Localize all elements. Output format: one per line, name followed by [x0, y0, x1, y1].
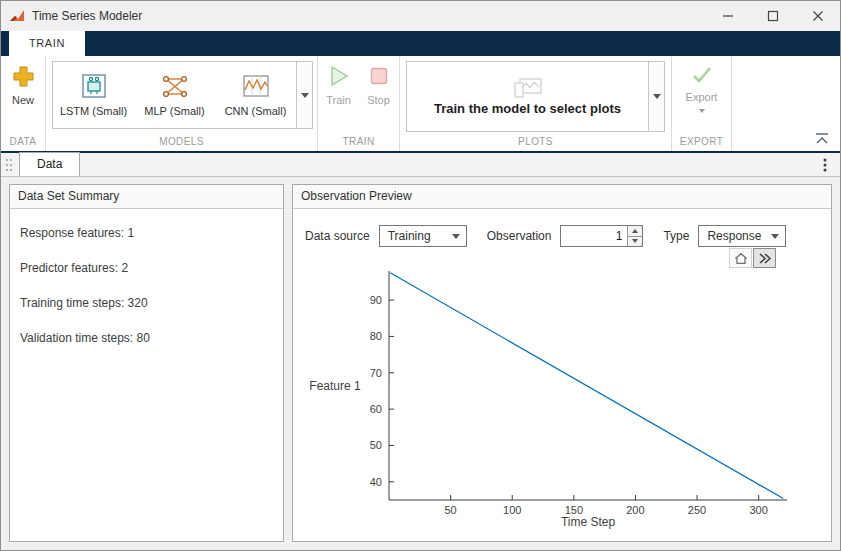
svg-text:250: 250 [688, 504, 706, 516]
svg-text:Feature 1: Feature 1 [309, 379, 361, 393]
svg-text:50: 50 [370, 439, 382, 451]
observation-label: Observation [487, 229, 552, 243]
plots-placeholder-text: Train the model to select plots [434, 101, 621, 116]
summary-line: Response features: 1 [20, 226, 273, 240]
app-window: { "window": { "title": "Time Series Mode… [0, 0, 841, 551]
observation-chart-container: 50100150200250300405060708090Time StepFe… [301, 265, 831, 535]
plus-icon [12, 65, 35, 88]
svg-text:40: 40 [370, 476, 382, 488]
kebab-icon [823, 158, 827, 172]
svg-text:80: 80 [370, 330, 382, 342]
stop-icon [368, 65, 390, 87]
ribbon-toolstrip: New DATA LSTM (Sm [1, 56, 840, 153]
plot-placeholder-icon [514, 78, 542, 98]
section-label-data: DATA [1, 136, 45, 151]
chevron-down-icon [771, 234, 779, 239]
summary-line: Validation time steps: 80 [20, 331, 273, 345]
drag-grip-icon[interactable] [1, 153, 15, 176]
main-content: Data Set Summary Response features: 1 Pr… [1, 177, 840, 551]
ribbon-section-plots: Train the model to select plots PLOTS [400, 56, 672, 151]
train-button-label: Train [326, 94, 351, 106]
maximize-icon [767, 10, 779, 22]
summary-line: Predictor features: 2 [20, 261, 273, 275]
document-actions-button[interactable] [816, 156, 834, 174]
export-button-label: Export [686, 91, 718, 103]
axes-toolbar [729, 248, 776, 268]
collapse-ribbon-icon [815, 132, 829, 145]
svg-text:200: 200 [626, 504, 644, 516]
close-icon [812, 10, 824, 22]
svg-text:90: 90 [370, 294, 382, 306]
gallery-item-label: CNN (Small) [225, 105, 287, 117]
window-titlebar: Time Series Modeler [1, 1, 840, 31]
chevron-down-icon [301, 93, 309, 98]
preview-controls: Data source Training Observation Type Re… [305, 225, 831, 247]
plots-gallery-dropdown-button[interactable] [648, 62, 664, 131]
export-button[interactable]: Export [672, 56, 731, 136]
gallery-item-label: MLP (Small) [144, 105, 204, 117]
section-label-export: EXPORT [672, 136, 731, 151]
data-source-select[interactable]: Training [379, 225, 467, 247]
ribbon-section-models: LSTM (Small) MLP (Sm [46, 56, 318, 151]
stop-button-label: Stop [367, 94, 390, 106]
chevron-down-icon [452, 234, 460, 239]
restore-view-button[interactable] [729, 248, 752, 268]
double-chevron-right-icon [758, 252, 772, 265]
models-gallery-dropdown-button[interactable] [296, 62, 312, 128]
svg-text:70: 70 [370, 367, 382, 379]
collapse-ribbon-button[interactable] [813, 131, 831, 146]
section-label-models: MODELS [46, 136, 317, 151]
observation-preview-chart: 50100150200250300405060708090Time StepFe… [301, 265, 801, 531]
close-button[interactable] [795, 1, 840, 31]
svg-text:50: 50 [444, 504, 456, 516]
ribbon-filler [732, 56, 840, 151]
data-source-label: Data source [305, 229, 370, 243]
summary-body: Response features: 1 Predictor features:… [10, 209, 283, 383]
minimize-button[interactable] [705, 1, 750, 31]
new-button[interactable]: New [1, 56, 45, 136]
ribbon-section-export: Export EXPORT [672, 56, 732, 151]
spinner-down-button[interactable] [628, 236, 642, 247]
summary-panel: Data Set Summary Response features: 1 Pr… [9, 184, 284, 542]
summary-panel-title: Data Set Summary [10, 185, 283, 209]
document-tab-bar: Data [1, 153, 840, 177]
spinner-up-button[interactable] [628, 226, 642, 236]
window-controls [705, 1, 840, 31]
svg-text:100: 100 [503, 504, 521, 516]
gallery-item-cnn[interactable]: CNN (Small) [215, 62, 296, 128]
matlab-logo-icon [9, 8, 25, 24]
more-tools-button[interactable] [753, 248, 776, 268]
window-title: Time Series Modeler [32, 9, 142, 23]
chevron-down-icon [632, 239, 638, 243]
preview-panel: Observation Preview Data source Training… [292, 184, 832, 542]
maximize-button[interactable] [750, 1, 795, 31]
new-button-label: New [12, 94, 34, 106]
data-source-value: Training [388, 229, 431, 243]
gallery-item-mlp[interactable]: MLP (Small) [134, 62, 215, 128]
gallery-item-label: LSTM (Small) [60, 105, 127, 117]
section-label-train: TRAIN [318, 136, 399, 151]
chevron-down-icon [699, 109, 705, 113]
plots-gallery[interactable]: Train the model to select plots [406, 61, 665, 132]
ribbon-tab-train[interactable]: TRAIN [9, 31, 85, 56]
svg-text:Time Step: Time Step [561, 515, 616, 529]
chevron-up-icon [632, 229, 638, 233]
tab-data[interactable]: Data [19, 152, 80, 176]
train-button[interactable]: Train [321, 65, 357, 136]
type-value: Response [707, 229, 761, 243]
observation-input[interactable] [561, 226, 627, 246]
play-icon [328, 65, 350, 87]
check-icon [691, 65, 713, 85]
ribbon-section-data: New DATA [1, 56, 46, 151]
svg-text:300: 300 [749, 504, 767, 516]
ribbon-tab-strip: TRAIN [1, 31, 840, 56]
gallery-item-lstm[interactable]: LSTM (Small) [53, 62, 134, 128]
models-gallery: LSTM (Small) MLP (Sm [52, 61, 313, 129]
lstm-network-icon [79, 73, 109, 100]
cnn-network-icon [241, 73, 271, 100]
ribbon-section-train: Train Stop TRAIN [318, 56, 400, 151]
type-select[interactable]: Response [698, 225, 786, 247]
stop-button[interactable]: Stop [361, 65, 397, 136]
type-label: Type [663, 229, 689, 243]
mlp-network-icon [160, 73, 190, 100]
